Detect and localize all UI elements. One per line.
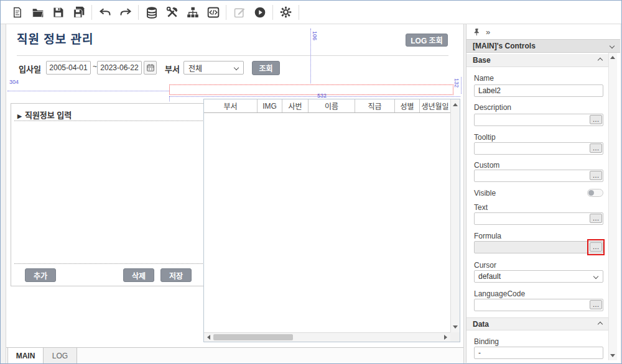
grid-column-header[interactable]: IMG	[258, 99, 282, 112]
right-distance-annotation: 132	[453, 78, 460, 88]
base-section-title: Base	[473, 56, 491, 65]
visible-label: Visible	[474, 189, 496, 198]
scroll-down-arrow-icon[interactable]	[453, 325, 458, 329]
description-label: Description	[474, 103, 511, 112]
delete-button[interactable]: 삭제	[123, 268, 154, 282]
data-section-title: Data	[473, 320, 489, 329]
grid-column-header[interactable]: 이름	[309, 99, 355, 112]
top-distance-annotation: 106	[312, 31, 318, 40]
scrollbar-thumb[interactable]	[213, 334, 293, 340]
scroll-up-arrow-icon[interactable]	[453, 103, 458, 106]
text-input[interactable]	[474, 212, 603, 225]
save-all-button[interactable]	[68, 2, 89, 23]
collapse-panel-icon[interactable]: »	[486, 27, 490, 37]
database-button[interactable]	[141, 2, 162, 23]
tooltip-input[interactable]	[474, 142, 603, 155]
department-select-value: 전체	[188, 63, 202, 73]
settings-button[interactable]	[276, 2, 296, 23]
toolbar-divider	[226, 5, 226, 20]
code-editor-button[interactable]	[203, 2, 223, 23]
edit-button[interactable]	[229, 2, 249, 23]
sitemap-icon	[187, 6, 199, 19]
description-input[interactable]	[474, 114, 603, 126]
grid-column-header[interactable]: 성별	[395, 99, 420, 112]
undo-icon	[99, 6, 111, 19]
run-button[interactable]	[249, 2, 270, 23]
controls-header[interactable]: [MAIN]'s Controls	[466, 39, 620, 53]
visible-toggle[interactable]	[587, 189, 603, 197]
new-file-button[interactable]	[7, 2, 27, 23]
build-tools-button[interactable]	[162, 2, 182, 23]
app-window: 직원 정보 관리 LOG 조회 입사일 ~ 부서 전체 조회 304 532 1…	[0, 0, 622, 364]
toolbar-divider	[138, 5, 139, 20]
calendar-button[interactable]	[144, 61, 157, 75]
grid-column-header[interactable]: 직급	[355, 99, 395, 112]
calendar-icon	[146, 63, 155, 72]
page-title: 직원 정보 관리	[17, 30, 93, 47]
name-input[interactable]	[474, 84, 603, 97]
toolbar-divider	[299, 5, 299, 20]
custom-ellipsis-button[interactable]: …	[590, 171, 602, 180]
add-button[interactable]: 추가	[25, 268, 56, 282]
toolbar-divider	[272, 5, 273, 20]
custom-label: Custom	[474, 161, 499, 170]
new-file-icon	[12, 7, 23, 18]
data-section-header[interactable]: Data	[466, 317, 608, 330]
date-to-input[interactable]	[97, 61, 142, 75]
right-distance-guide-line	[461, 77, 462, 94]
tab-log[interactable]: LOG	[44, 348, 77, 363]
grid-column-header[interactable]: 부서	[204, 99, 258, 112]
edit-icon	[233, 6, 246, 19]
grid-vertical-scrollbar[interactable]	[450, 99, 460, 332]
chevron-down-icon	[593, 274, 598, 279]
grid-header-row: 부서 IMG 사번 이름 직급 성별 생년월일	[204, 99, 450, 113]
sitemap-button[interactable]	[182, 2, 203, 23]
width-guide-line	[169, 96, 460, 97]
text-ellipsis-button[interactable]: …	[590, 214, 602, 223]
formula-input[interactable]	[474, 241, 603, 253]
panel-scrollbar[interactable]	[608, 53, 617, 360]
save-record-button[interactable]: 저장	[160, 268, 192, 282]
department-select[interactable]: 전체	[183, 61, 244, 75]
tooltip-ellipsis-button[interactable]: …	[590, 143, 602, 153]
undo-button[interactable]	[95, 2, 115, 23]
grid-column-header[interactable]: 생년월일	[420, 99, 450, 112]
tooltip-label: Tooltip	[474, 133, 496, 142]
scroll-left-arrow-icon[interactable]	[207, 335, 210, 340]
form-panel-title[interactable]: ▶직원정보 입력	[17, 109, 72, 121]
redo-icon	[119, 6, 132, 19]
grid-horizontal-scrollbar[interactable]	[204, 332, 450, 342]
language-code-ellipsis-button[interactable]: …	[590, 300, 602, 309]
scroll-down-arrow-icon[interactable]	[610, 354, 615, 357]
chevron-up-icon	[598, 321, 603, 326]
open-folder-button[interactable]	[27, 2, 48, 23]
scroll-right-arrow-icon[interactable]	[444, 335, 447, 340]
title-divider	[17, 55, 448, 56]
log-search-button[interactable]: LOG 조회	[406, 34, 448, 47]
form-panel-separator	[14, 121, 203, 121]
scroll-up-arrow-icon[interactable]	[610, 56, 615, 59]
base-section-header[interactable]: Base	[466, 54, 608, 67]
properties-panel: » [MAIN]'s Controls Base Name Descriptio…	[466, 24, 620, 363]
tab-main[interactable]: MAIN	[7, 348, 44, 363]
width-guide-tick	[169, 96, 170, 101]
formula-label: Formula	[474, 232, 501, 240]
code-editor-icon	[207, 6, 220, 19]
cursor-select[interactable]: default	[474, 270, 603, 283]
controls-header-title: [MAIN]'s Controls	[473, 42, 536, 50]
open-folder-icon	[32, 6, 44, 19]
date-from-input[interactable]	[46, 61, 91, 75]
text-label: Text	[474, 203, 488, 212]
grid-column-header[interactable]: 사번	[282, 99, 309, 112]
redo-button[interactable]	[115, 2, 136, 23]
description-ellipsis-button[interactable]: …	[590, 115, 602, 124]
toggle-knob	[588, 190, 594, 196]
pin-icon[interactable]	[473, 28, 481, 36]
settings-icon	[279, 6, 292, 19]
language-code-input[interactable]	[474, 299, 603, 311]
binding-input[interactable]	[474, 347, 603, 359]
custom-input[interactable]	[474, 170, 603, 182]
search-button[interactable]: 조회	[252, 61, 280, 75]
design-canvas: 직원 정보 관리 LOG 조회 입사일 ~ 부서 전체 조회 304 532 1…	[6, 24, 464, 363]
save-button[interactable]	[48, 2, 68, 23]
